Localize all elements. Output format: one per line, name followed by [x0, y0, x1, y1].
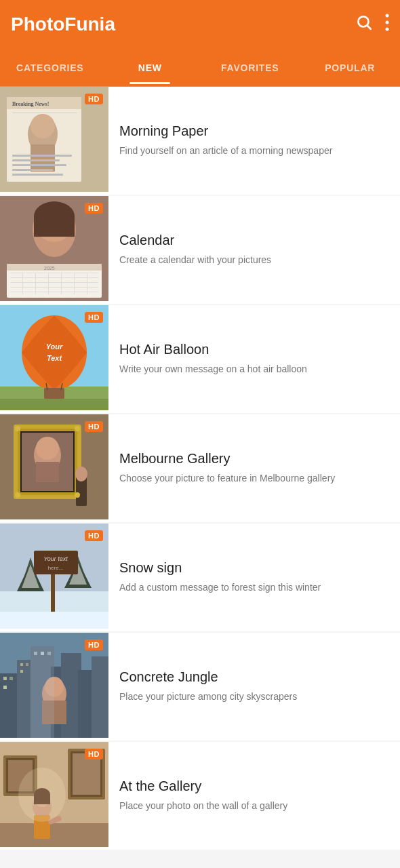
svg-rect-36: [87, 273, 87, 294]
list-item[interactable]: 2025 HD Calendar Create a calendar with …: [0, 196, 400, 304]
item-thumbnail: Breaking News! HD: [0, 87, 108, 195]
svg-rect-97: [0, 823, 108, 847]
item-info: Morning Paper Find yourself on an articl…: [108, 87, 400, 195]
list-item[interactable]: Your text here... HD Snow sign Add a cus…: [0, 524, 400, 631]
item-title: At the Gallery: [119, 778, 389, 794]
item-title: Hot Air Balloon: [119, 342, 389, 357]
item-description: Write your own message on a hot air ball…: [119, 363, 389, 376]
item-info: Snow sign Add a custom message to forest…: [108, 524, 400, 631]
svg-text:Your text: Your text: [43, 555, 68, 562]
svg-text:Text: Text: [47, 354, 63, 362]
svg-point-11: [31, 114, 55, 138]
svg-rect-33: [48, 273, 49, 294]
item-thumbnail: Your Text HD: [0, 305, 108, 413]
hd-badge: HD: [85, 530, 103, 541]
logo-photo: Photo: [11, 14, 64, 35]
svg-rect-31: [22, 273, 23, 294]
svg-rect-9: [12, 113, 77, 113]
item-thumbnail: HD: [0, 414, 108, 522]
svg-rect-15: [12, 164, 66, 166]
list-item[interactable]: Your Text HD Hot Air Balloon Write your …: [0, 305, 400, 413]
item-thumbnail: 2025 HD: [0, 196, 108, 304]
svg-point-59: [15, 492, 20, 498]
svg-rect-12: [31, 144, 55, 172]
app-header: PhotoFunia: [0, 0, 400, 49]
hd-badge: HD: [85, 639, 103, 650]
item-info: At the Gallery Place your photo on the w…: [108, 742, 400, 850]
svg-rect-35: [74, 273, 75, 294]
svg-rect-45: [0, 399, 108, 410]
search-icon[interactable]: [355, 14, 373, 35]
list-item[interactable]: Breaking News! HD Morning Paper Find you…: [0, 87, 400, 195]
item-info: Concrete Jungle Place your picture among…: [108, 633, 400, 741]
svg-rect-84: [3, 686, 7, 689]
app-logo: PhotoFunia: [11, 14, 115, 35]
list-item[interactable]: HD Concrete Jungle Place your picture am…: [0, 633, 400, 741]
svg-point-57: [15, 426, 20, 431]
svg-text:here...: here...: [48, 565, 64, 571]
svg-rect-86: [26, 663, 28, 666]
item-thumbnail: Your text here... HD: [0, 524, 108, 631]
svg-rect-22: [34, 216, 75, 237]
svg-point-4: [386, 28, 389, 31]
svg-rect-82: [3, 677, 7, 680]
hd-badge: HD: [85, 312, 103, 323]
svg-point-3: [386, 21, 389, 24]
svg-rect-30: [10, 292, 98, 292]
item-description: Place your picture among city skyscraper…: [119, 690, 389, 704]
more-options-icon[interactable]: [385, 14, 389, 35]
svg-rect-34: [61, 273, 62, 294]
svg-point-60: [75, 492, 80, 498]
svg-point-56: [75, 467, 87, 481]
svg-rect-81: [92, 656, 108, 738]
svg-point-53: [36, 437, 59, 460]
item-title: Calendar: [119, 233, 389, 248]
svg-rect-27: [10, 277, 98, 278]
svg-rect-14: [12, 159, 60, 161]
tab-favorites[interactable]: FAVORITES: [200, 52, 300, 84]
hd-badge: HD: [85, 203, 103, 214]
svg-rect-16: [12, 169, 53, 171]
svg-line-1: [367, 26, 371, 29]
svg-rect-13: [12, 155, 72, 157]
svg-point-110: [18, 768, 66, 822]
item-title: Melbourne Gallery: [119, 451, 389, 467]
svg-point-58: [75, 426, 80, 431]
svg-rect-73: [0, 612, 108, 629]
item-info: Melbourne Gallery Choose your picture to…: [108, 414, 400, 522]
item-title: Snow sign: [119, 560, 389, 576]
tab-categories[interactable]: CATEGORIES: [0, 52, 100, 84]
svg-rect-29: [10, 287, 98, 288]
effects-list: Breaking News! HD Morning Paper Find you…: [0, 87, 400, 850]
nav-tabs: CATEGORIES NEW FAVORITES POPULAR: [0, 49, 400, 87]
item-title: Concrete Jungle: [119, 669, 389, 685]
svg-rect-28: [10, 282, 98, 283]
logo-funia: Funia: [64, 14, 115, 35]
item-description: Choose your picture to feature in Melbou…: [119, 472, 389, 486]
svg-rect-85: [20, 663, 23, 666]
item-thumbnail: HD: [0, 742, 108, 850]
svg-rect-17: [12, 174, 63, 176]
svg-text:2025: 2025: [44, 266, 55, 271]
hd-badge: HD: [85, 421, 103, 432]
item-description: Find yourself on an article of a morning…: [119, 144, 389, 158]
hd-badge: HD: [85, 749, 103, 760]
svg-rect-26: [10, 273, 98, 273]
svg-rect-94: [31, 646, 54, 738]
item-description: Place your photo on the wall of a galler…: [119, 800, 389, 813]
list-item[interactable]: HD Melbourne Gallery Choose your picture…: [0, 414, 400, 522]
svg-text:Breaking News!: Breaking News!: [12, 101, 49, 107]
list-item[interactable]: HD At the Gallery Place your photo on th…: [0, 742, 400, 850]
item-title: Morning Paper: [119, 123, 389, 139]
item-description: Create a calendar with your pictures: [119, 254, 389, 267]
svg-rect-87: [20, 670, 23, 673]
header-actions: [355, 14, 389, 35]
item-info: Hot Air Balloon Write your own message o…: [108, 305, 400, 413]
svg-rect-103: [73, 753, 100, 795]
tab-new[interactable]: NEW: [100, 52, 201, 84]
tab-popular[interactable]: POPULAR: [300, 52, 401, 84]
item-description: Add a custom message to forest sign this…: [119, 581, 389, 595]
svg-rect-83: [9, 677, 13, 680]
item-info: Calendar Create a calendar with your pic…: [108, 196, 400, 304]
svg-rect-54: [36, 462, 59, 482]
